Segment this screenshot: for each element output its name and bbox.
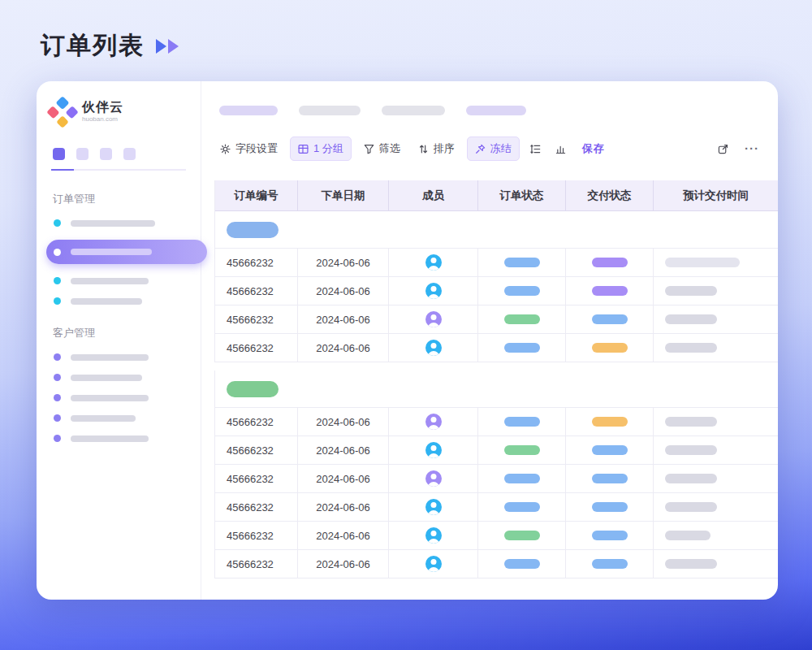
- order-status-cell[interactable]: [478, 465, 566, 493]
- group-button[interactable]: 1 分组: [290, 136, 352, 161]
- member-cell[interactable]: [389, 493, 478, 522]
- member-cell[interactable]: [389, 249, 478, 277]
- table-row[interactable]: 456662322024-06-06: [214, 334, 778, 362]
- order-date-cell[interactable]: 2024-06-06: [298, 277, 389, 306]
- order-date-cell[interactable]: 2024-06-06: [298, 249, 389, 277]
- view-tab-active[interactable]: [53, 148, 65, 160]
- order-date-cell[interactable]: 2024-06-06: [298, 522, 389, 550]
- column-header[interactable]: 预计交付时间: [654, 180, 778, 211]
- sidebar-item[interactable]: [51, 394, 186, 401]
- table-row[interactable]: 456662322024-06-06: [214, 306, 778, 334]
- order-status-cell[interactable]: [478, 249, 566, 277]
- eta-cell[interactable]: [654, 465, 778, 493]
- sidebar-item[interactable]: [51, 297, 186, 305]
- order-no-cell[interactable]: 45666232: [215, 522, 298, 550]
- order-no-cell[interactable]: 45666232: [215, 306, 298, 334]
- order-date-cell[interactable]: 2024-06-06: [298, 493, 389, 522]
- sidebar-item[interactable]: [51, 277, 186, 284]
- sidebar-item[interactable]: [51, 374, 186, 381]
- member-cell[interactable]: [389, 522, 478, 550]
- order-date-cell[interactable]: 2024-06-06: [298, 550, 389, 578]
- save-button[interactable]: 保存: [577, 137, 611, 160]
- order-date-cell[interactable]: 2024-06-06: [298, 436, 389, 465]
- filter-button[interactable]: 筛选: [358, 137, 406, 160]
- row-height-button[interactable]: [526, 140, 545, 158]
- order-status-cell[interactable]: [478, 408, 566, 436]
- member-cell[interactable]: [389, 306, 478, 334]
- order-no-cell[interactable]: 45666232: [215, 277, 298, 306]
- table-row[interactable]: 456662322024-06-06: [214, 249, 778, 277]
- order-date-cell[interactable]: 2024-06-06: [298, 465, 389, 493]
- table-row[interactable]: 456662322024-06-06: [214, 436, 778, 465]
- order-no-cell[interactable]: 45666232: [215, 334, 298, 362]
- delivery-status-cell[interactable]: [566, 277, 654, 306]
- order-date-cell[interactable]: 2024-06-06: [298, 306, 389, 334]
- delivery-status-cell[interactable]: [566, 408, 654, 436]
- column-header[interactable]: 订单编号: [215, 180, 298, 211]
- eta-cell[interactable]: [654, 436, 778, 465]
- eta-cell[interactable]: [654, 277, 778, 306]
- delivery-status-cell[interactable]: [566, 550, 654, 578]
- member-cell[interactable]: [389, 277, 478, 306]
- member-cell[interactable]: [389, 408, 478, 436]
- table-row[interactable]: 456662322024-06-06: [214, 550, 778, 578]
- sidebar-item[interactable]: [51, 219, 186, 227]
- order-no-cell[interactable]: 45666232: [215, 493, 298, 522]
- order-status-cell[interactable]: [478, 277, 566, 306]
- order-date-cell[interactable]: 2024-06-06: [298, 334, 389, 362]
- member-cell[interactable]: [389, 334, 478, 362]
- order-date-cell[interactable]: 2024-06-06: [298, 408, 389, 436]
- delivery-status-cell[interactable]: [566, 493, 654, 522]
- table-row[interactable]: 456662322024-06-06: [214, 277, 778, 306]
- delivery-status-cell[interactable]: [566, 334, 654, 362]
- eta-cell[interactable]: [654, 334, 778, 362]
- member-cell[interactable]: [389, 550, 478, 578]
- order-no-cell[interactable]: 45666232: [215, 436, 298, 465]
- sidebar-item[interactable]: [51, 435, 186, 442]
- member-cell[interactable]: [389, 465, 478, 493]
- table-row[interactable]: 456662322024-06-06: [214, 493, 778, 522]
- eta-cell[interactable]: [654, 493, 778, 522]
- order-no-cell[interactable]: 45666232: [215, 249, 298, 277]
- delivery-status-cell[interactable]: [566, 465, 654, 493]
- eta-cell[interactable]: [654, 249, 778, 277]
- eta-cell[interactable]: [654, 522, 778, 550]
- sidebar-item[interactable]: [51, 353, 186, 361]
- column-header[interactable]: 成员: [389, 180, 478, 211]
- chart-button[interactable]: [551, 140, 570, 158]
- order-no-cell[interactable]: 45666232: [215, 465, 298, 493]
- view-tab[interactable]: [100, 148, 112, 160]
- order-status-cell[interactable]: [478, 334, 566, 362]
- delivery-status-cell[interactable]: [566, 249, 654, 277]
- freeze-button[interactable]: 冻结: [467, 136, 520, 161]
- table-row[interactable]: 456662322024-06-06: [214, 408, 778, 436]
- order-status-cell[interactable]: [478, 436, 566, 465]
- column-header[interactable]: 交付状态: [566, 180, 654, 211]
- delivery-status-cell[interactable]: [566, 306, 654, 334]
- sidebar-item-selected[interactable]: [46, 240, 207, 264]
- view-tab[interactable]: [76, 148, 89, 160]
- order-status-cell[interactable]: [478, 493, 566, 522]
- order-status-cell[interactable]: [478, 522, 566, 550]
- order-no-cell[interactable]: 45666232: [215, 408, 298, 436]
- table-row[interactable]: 456662322024-06-06: [214, 522, 778, 550]
- field-settings-button[interactable]: 字段设置: [214, 137, 283, 160]
- member-cell[interactable]: [389, 436, 478, 465]
- sort-button[interactable]: 排序: [412, 137, 460, 160]
- eta-cell[interactable]: [654, 306, 778, 334]
- column-header[interactable]: 下单日期: [298, 180, 389, 211]
- eta-cell[interactable]: [654, 550, 778, 578]
- group-header-row[interactable]: [214, 211, 778, 249]
- delivery-status-cell[interactable]: [566, 436, 654, 465]
- more-button[interactable]: ···: [741, 141, 763, 157]
- order-status-cell[interactable]: [478, 306, 566, 334]
- column-header[interactable]: 订单状态: [478, 180, 566, 211]
- order-no-cell[interactable]: 45666232: [215, 550, 298, 578]
- table-row[interactable]: 456662322024-06-06: [214, 465, 778, 493]
- order-status-cell[interactable]: [478, 550, 566, 578]
- share-button[interactable]: [714, 140, 732, 158]
- view-tab[interactable]: [123, 148, 136, 160]
- delivery-status-cell[interactable]: [566, 522, 654, 550]
- eta-cell[interactable]: [654, 408, 778, 436]
- group-header-row[interactable]: [214, 370, 778, 408]
